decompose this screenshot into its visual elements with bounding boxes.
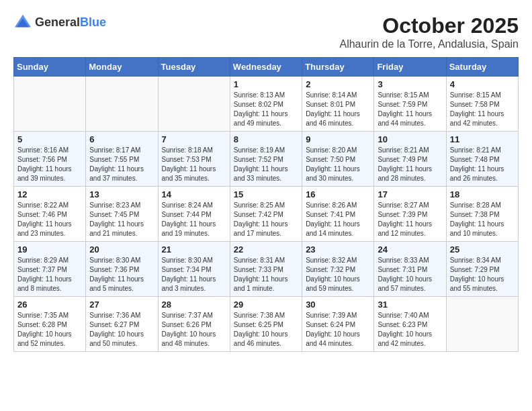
calendar-cell [14,77,86,132]
day-info: Sunrise: 8:16 AM Sunset: 7:56 PM Dayligh… [17,146,82,183]
day-number: 1 [234,79,298,89]
header-monday: Monday [86,58,158,77]
calendar-cell: 9Sunrise: 8:20 AM Sunset: 7:50 PM Daylig… [302,132,374,187]
day-info: Sunrise: 8:23 AM Sunset: 7:45 PM Dayligh… [89,201,154,238]
calendar-cell: 12Sunrise: 8:22 AM Sunset: 7:46 PM Dayli… [14,187,86,242]
calendar-week-2: 5Sunrise: 8:16 AM Sunset: 7:56 PM Daylig… [14,132,519,187]
calendar-week-3: 12Sunrise: 8:22 AM Sunset: 7:46 PM Dayli… [14,187,519,242]
day-info: Sunrise: 8:34 AM Sunset: 7:29 PM Dayligh… [450,256,515,293]
day-info: Sunrise: 8:30 AM Sunset: 7:36 PM Dayligh… [89,256,154,293]
day-number: 15 [234,189,298,199]
calendar-cell [86,77,158,132]
day-info: Sunrise: 8:30 AM Sunset: 7:34 PM Dayligh… [162,256,226,293]
day-number: 7 [162,134,226,144]
day-number: 23 [306,244,370,255]
day-number: 30 [306,300,370,310]
day-number: 31 [378,300,442,310]
calendar-cell: 20Sunrise: 8:30 AM Sunset: 7:36 PM Dayli… [86,242,158,297]
day-number: 18 [450,189,515,199]
calendar-cell: 15Sunrise: 8:25 AM Sunset: 7:42 PM Dayli… [230,187,302,242]
calendar-cell: 8Sunrise: 8:19 AM Sunset: 7:52 PM Daylig… [230,132,302,187]
calendar-cell: 29Sunrise: 7:38 AM Sunset: 6:25 PM Dayli… [230,297,302,352]
day-number: 28 [162,300,226,310]
logo: GeneralBlue [13,13,106,32]
day-number: 12 [17,189,82,199]
day-info: Sunrise: 7:39 AM Sunset: 6:24 PM Dayligh… [306,311,370,349]
day-number: 29 [234,300,298,310]
calendar-cell: 6Sunrise: 8:17 AM Sunset: 7:55 PM Daylig… [86,132,158,187]
logo-icon [13,13,32,32]
calendar-week-1: 1Sunrise: 8:13 AM Sunset: 8:02 PM Daylig… [14,77,519,132]
calendar-cell: 24Sunrise: 8:33 AM Sunset: 7:31 PM Dayli… [374,242,446,297]
day-info: Sunrise: 8:27 AM Sunset: 7:39 PM Dayligh… [378,201,442,238]
day-number: 20 [89,244,154,255]
day-number: 6 [89,134,154,144]
calendar-cell: 1Sunrise: 8:13 AM Sunset: 8:02 PM Daylig… [230,77,302,132]
day-info: Sunrise: 8:18 AM Sunset: 7:53 PM Dayligh… [162,146,226,183]
calendar-cell [446,297,518,352]
day-info: Sunrise: 8:31 AM Sunset: 7:33 PM Dayligh… [234,256,298,293]
day-number: 26 [17,300,82,310]
day-info: Sunrise: 8:21 AM Sunset: 7:48 PM Dayligh… [450,146,515,183]
day-number: 8 [234,134,298,144]
calendar-week-4: 19Sunrise: 8:29 AM Sunset: 7:37 PM Dayli… [14,242,519,297]
day-info: Sunrise: 8:19 AM Sunset: 7:52 PM Dayligh… [234,146,298,183]
day-number: 11 [450,134,515,144]
day-number: 25 [450,244,515,255]
day-number: 21 [162,244,226,255]
day-info: Sunrise: 7:40 AM Sunset: 6:23 PM Dayligh… [378,311,442,349]
calendar-cell: 17Sunrise: 8:27 AM Sunset: 7:39 PM Dayli… [374,187,446,242]
calendar-cell: 31Sunrise: 7:40 AM Sunset: 6:23 PM Dayli… [374,297,446,352]
day-info: Sunrise: 8:17 AM Sunset: 7:55 PM Dayligh… [89,146,154,183]
calendar-cell: 10Sunrise: 8:21 AM Sunset: 7:49 PM Dayli… [374,132,446,187]
calendar-cell: 3Sunrise: 8:15 AM Sunset: 7:59 PM Daylig… [374,77,446,132]
title-area: October 2025 Alhaurin de la Torre, Andal… [339,13,519,50]
day-number: 13 [89,189,154,199]
day-info: Sunrise: 7:38 AM Sunset: 6:25 PM Dayligh… [234,311,298,349]
header-friday: Friday [374,58,446,77]
day-info: Sunrise: 7:37 AM Sunset: 6:26 PM Dayligh… [162,311,226,349]
day-number: 5 [17,134,82,144]
day-info: Sunrise: 8:22 AM Sunset: 7:46 PM Dayligh… [17,201,82,238]
day-number: 10 [378,134,442,144]
calendar-cell: 13Sunrise: 8:23 AM Sunset: 7:45 PM Dayli… [86,187,158,242]
header-sunday: Sunday [14,58,86,77]
calendar-cell: 30Sunrise: 7:39 AM Sunset: 6:24 PM Dayli… [302,297,374,352]
calendar-cell: 7Sunrise: 8:18 AM Sunset: 7:53 PM Daylig… [158,132,230,187]
day-number: 9 [306,134,370,144]
day-number: 19 [17,244,82,255]
calendar-cell [158,77,230,132]
day-info: Sunrise: 8:28 AM Sunset: 7:38 PM Dayligh… [450,201,515,238]
calendar-cell: 2Sunrise: 8:14 AM Sunset: 8:01 PM Daylig… [302,77,374,132]
calendar-cell: 22Sunrise: 8:31 AM Sunset: 7:33 PM Dayli… [230,242,302,297]
calendar-cell: 25Sunrise: 8:34 AM Sunset: 7:29 PM Dayli… [446,242,518,297]
calendar-cell: 18Sunrise: 8:28 AM Sunset: 7:38 PM Dayli… [446,187,518,242]
day-info: Sunrise: 8:32 AM Sunset: 7:32 PM Dayligh… [306,256,370,293]
calendar-cell: 4Sunrise: 8:15 AM Sunset: 7:58 PM Daylig… [446,77,518,132]
header-tuesday: Tuesday [158,58,230,77]
calendar-cell: 23Sunrise: 8:32 AM Sunset: 7:32 PM Dayli… [302,242,374,297]
day-number: 27 [89,300,154,310]
day-number: 2 [306,79,370,89]
day-info: Sunrise: 7:35 AM Sunset: 6:28 PM Dayligh… [17,311,82,349]
calendar-header-row: Sunday Monday Tuesday Wednesday Thursday… [14,58,519,77]
header-thursday: Thursday [302,58,374,77]
calendar-cell: 28Sunrise: 7:37 AM Sunset: 6:26 PM Dayli… [158,297,230,352]
day-info: Sunrise: 8:29 AM Sunset: 7:37 PM Dayligh… [17,256,82,293]
day-info: Sunrise: 7:36 AM Sunset: 6:27 PM Dayligh… [89,311,154,349]
day-number: 3 [378,79,442,89]
calendar-cell: 21Sunrise: 8:30 AM Sunset: 7:34 PM Dayli… [158,242,230,297]
day-number: 14 [162,189,226,199]
day-info: Sunrise: 8:33 AM Sunset: 7:31 PM Dayligh… [378,256,442,293]
day-info: Sunrise: 8:15 AM Sunset: 7:58 PM Dayligh… [450,91,515,128]
calendar-cell: 11Sunrise: 8:21 AM Sunset: 7:48 PM Dayli… [446,132,518,187]
calendar-cell: 27Sunrise: 7:36 AM Sunset: 6:27 PM Dayli… [86,297,158,352]
day-info: Sunrise: 8:13 AM Sunset: 8:02 PM Dayligh… [234,91,298,128]
logo-general: GeneralBlue [35,16,106,30]
day-number: 16 [306,189,370,199]
month-title: October 2025 [339,13,519,38]
day-info: Sunrise: 8:15 AM Sunset: 7:59 PM Dayligh… [378,91,442,128]
day-info: Sunrise: 8:24 AM Sunset: 7:44 PM Dayligh… [162,201,226,238]
calendar-cell: 19Sunrise: 8:29 AM Sunset: 7:37 PM Dayli… [14,242,86,297]
day-number: 17 [378,189,442,199]
